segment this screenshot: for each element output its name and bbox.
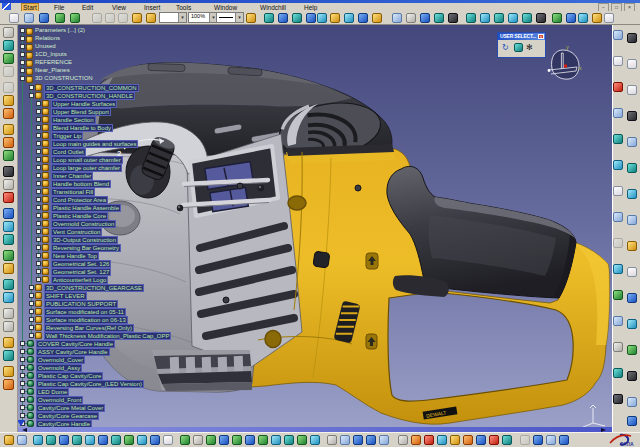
svg-text:x: x [579,65,582,71]
svg-text:CATIA: CATIA [620,442,634,447]
svg-text:y: y [566,44,569,50]
